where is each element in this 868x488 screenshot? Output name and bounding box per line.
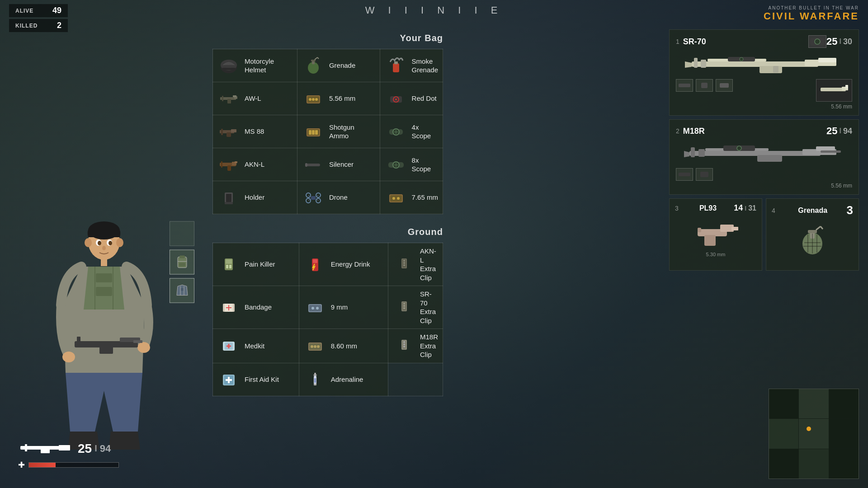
svg-point-43	[315, 98, 318, 101]
list-item[interactable]: Medkit	[213, 329, 299, 362]
svg-point-97	[403, 264, 405, 266]
list-item[interactable]: Pain Killer	[213, 248, 299, 281]
equip-slot-3[interactable]	[170, 278, 194, 303]
minimap-cell	[799, 419, 828, 448]
list-item[interactable]: 5.56 mm	[297, 82, 380, 115]
list-item[interactable]: Holder	[213, 181, 297, 214]
equip-slot-2[interactable]	[170, 250, 194, 275]
svg-rect-139	[701, 60, 706, 68]
item-name: Silencer	[329, 160, 354, 169]
list-item[interactable]: Motorcyle Helmet	[213, 49, 297, 82]
svg-point-46	[395, 99, 397, 100]
list-item[interactable]: Shotgun Ammo	[297, 115, 380, 148]
svg-point-124	[403, 346, 405, 347]
weapon-pl93-name: PL93	[699, 204, 717, 212]
svg-rect-155	[698, 149, 705, 157]
svg-rect-23	[133, 340, 142, 343]
weapon-card-2[interactable]: 2 M18R 25 I 94	[669, 119, 859, 195]
svg-line-31	[317, 57, 319, 59]
list-item[interactable]: First Aid Kit	[213, 363, 299, 396]
vest-icon	[174, 282, 190, 299]
svg-point-8	[116, 238, 123, 247]
item-name: AKN-L	[245, 160, 264, 169]
alive-stat: ALIVE 49	[9, 4, 68, 17]
item-icon-ms88	[217, 120, 240, 143]
list-item[interactable]: Grenade	[297, 49, 380, 82]
list-item[interactable]: Red Dot	[380, 82, 443, 115]
list-item[interactable]: Smoke Grenade	[380, 49, 443, 82]
svg-point-109	[403, 305, 405, 307]
list-item[interactable]: 9 mm	[299, 291, 388, 324]
list-item[interactable]: AKN-L Extra Clip	[388, 243, 443, 286]
item-name: M18R Extra Clip	[420, 333, 438, 359]
svg-rect-26	[222, 68, 236, 70]
weapon-slot-3-num: 3	[675, 205, 679, 212]
svg-rect-103	[309, 305, 321, 311]
svg-rect-148	[720, 83, 729, 88]
item-icon-556	[302, 87, 325, 110]
item-icon-860	[304, 334, 326, 357]
weapon-pl93-header: 3 PL93 14 I 31	[675, 203, 756, 213]
weapon-display: 25 I 94	[18, 441, 208, 456]
weapon-sr70-name: SR-70	[683, 37, 808, 47]
svg-rect-132	[314, 378, 316, 383]
list-item[interactable]: Adrenaline	[299, 363, 388, 396]
svg-rect-136	[692, 61, 818, 67]
svg-point-85	[392, 197, 395, 200]
bag-header: Your Bag	[212, 29, 443, 47]
minimap-cell	[769, 389, 798, 418]
svg-rect-158	[816, 146, 835, 151]
svg-rect-90	[229, 265, 231, 268]
ammo-display: 25 I 94	[78, 441, 111, 456]
svg-point-117	[311, 345, 313, 348]
stats-area: ALIVE 49 KILLED 2	[9, 4, 68, 32]
list-item[interactable]: Silencer	[297, 148, 380, 181]
health-icon: ✚	[18, 460, 25, 470]
brand-name: CIVIL WARFARE	[764, 10, 859, 22]
weapon-pl93-ammo: 14 I 31	[734, 203, 756, 213]
svg-point-105	[316, 307, 319, 310]
weapon-card-3[interactable]: 3 PL93 14 I 31 5.30 mm	[669, 198, 762, 271]
item-name: Pain Killer	[245, 260, 275, 269]
equip-slot-1[interactable]	[170, 221, 194, 246]
weapon-sr70-caliber: 5.56 mm	[676, 103, 852, 110]
item-name: Red Dot	[412, 94, 437, 103]
svg-point-118	[314, 345, 316, 348]
small-weapons-row: 3 PL93 14 I 31 5.30 mm	[669, 198, 859, 271]
list-item[interactable]: M18R Extra Clip	[388, 329, 443, 363]
weapon-card-4[interactable]: 4 Grenada 3	[766, 198, 859, 271]
svg-point-7	[85, 238, 92, 247]
weapon-m18r-ammo: 25 I 94	[826, 125, 852, 137]
svg-line-172	[816, 226, 821, 230]
list-item[interactable]: AW-L	[213, 82, 297, 115]
item-name: Drone	[329, 193, 348, 202]
item-icon-firstaid	[217, 368, 240, 391]
item-icon-bandage	[217, 296, 240, 319]
svg-point-110	[403, 307, 405, 309]
item-name: 5.56 mm	[329, 94, 355, 103]
list-item[interactable]: SR-70 Extra Clip	[388, 286, 443, 328]
list-item[interactable]: AKN-L	[213, 148, 297, 181]
svg-rect-167	[698, 228, 701, 232]
svg-rect-163	[700, 172, 708, 177]
minimap	[769, 389, 859, 479]
list-item[interactable]: MS 88	[213, 115, 297, 148]
list-item[interactable]: Bandage	[213, 291, 299, 324]
svg-rect-72	[226, 194, 231, 202]
list-item[interactable]: Drone	[297, 181, 380, 214]
item-icon-energy	[304, 253, 326, 276]
list-item[interactable]: 8.60 mm	[299, 329, 388, 362]
list-item[interactable]: 4x Scope	[380, 115, 443, 148]
list-item[interactable]: 7.65 mm	[380, 181, 443, 214]
svg-point-119	[317, 345, 320, 348]
ammo-reserve: 94	[100, 443, 111, 455]
item-name: SR-70 Extra Clip	[420, 290, 438, 325]
list-item[interactable]: 8x Scope	[380, 148, 443, 181]
svg-rect-142	[818, 58, 836, 62]
item-icon-medkit	[217, 334, 240, 357]
list-item[interactable]: Energy Drink	[299, 248, 388, 281]
weapon-m18r-image	[676, 141, 852, 165]
svg-rect-16	[96, 287, 112, 296]
weapon-hud-icon	[18, 441, 72, 456]
weapon-card-1[interactable]: 1 SR-70 25 I 30	[669, 29, 859, 116]
